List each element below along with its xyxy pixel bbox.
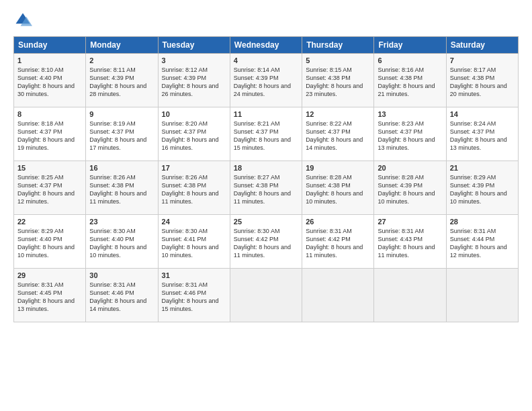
cell-details: Sunrise: 8:16 AMSunset: 4:38 PMDaylight:… [378,66,435,97]
cell-details: Sunrise: 8:12 AMSunset: 4:39 PMDaylight:… [162,66,219,97]
cell-details: Sunrise: 8:11 AMSunset: 4:39 PMDaylight:… [89,66,146,97]
day-number: 17 [162,164,226,172]
day-number: 1 [17,56,82,64]
cell-details: Sunrise: 8:14 AMSunset: 4:39 PMDaylight:… [234,66,291,97]
calendar-cell: 28 Sunrise: 8:31 AMSunset: 4:44 PMDaylig… [446,215,518,269]
calendar-cell [302,269,374,322]
calendar-cell: 15 Sunrise: 8:25 AMSunset: 4:37 PMDaylig… [14,161,86,215]
calendar-cell: 6 Sunrise: 8:16 AMSunset: 4:38 PMDayligh… [374,54,446,107]
weekday-header-thursday: Thursday [302,37,374,54]
day-number: 18 [234,164,298,172]
calendar-cell: 30 Sunrise: 8:31 AMSunset: 4:46 PMDaylig… [86,269,158,322]
cell-details: Sunrise: 8:19 AMSunset: 4:37 PMDaylight:… [89,120,146,151]
day-number: 15 [17,164,82,172]
day-number: 25 [234,218,298,226]
cell-details: Sunrise: 8:26 AMSunset: 4:38 PMDaylight:… [89,174,146,205]
calendar-cell: 12 Sunrise: 8:22 AMSunset: 4:37 PMDaylig… [302,107,374,161]
day-number: 7 [450,56,515,64]
weekday-header-sunday: Sunday [14,37,86,54]
weekday-header-saturday: Saturday [446,37,518,54]
cell-details: Sunrise: 8:25 AMSunset: 4:37 PMDaylight:… [17,174,75,205]
day-number: 29 [17,271,82,279]
calendar-cell: 9 Sunrise: 8:19 AMSunset: 4:37 PMDayligh… [86,107,158,161]
calendar-week-3: 15 Sunrise: 8:25 AMSunset: 4:37 PMDaylig… [14,161,519,215]
cell-details: Sunrise: 8:18 AMSunset: 4:37 PMDaylight:… [17,120,75,151]
calendar-cell: 5 Sunrise: 8:15 AMSunset: 4:38 PMDayligh… [302,54,374,107]
calendar-cell: 31 Sunrise: 8:31 AMSunset: 4:46 PMDaylig… [158,269,230,322]
weekday-header-tuesday: Tuesday [158,37,230,54]
day-number: 4 [234,56,298,64]
day-number: 2 [89,56,154,64]
cell-details: Sunrise: 8:31 AMSunset: 4:44 PMDaylight:… [450,228,507,259]
day-number: 13 [378,110,442,118]
day-number: 11 [234,110,298,118]
day-number: 6 [378,56,442,64]
calendar-cell: 8 Sunrise: 8:18 AMSunset: 4:37 PMDayligh… [14,107,86,161]
weekday-header-friday: Friday [374,37,446,54]
cell-details: Sunrise: 8:29 AMSunset: 4:40 PMDaylight:… [17,228,75,259]
day-number: 14 [450,110,515,118]
cell-details: Sunrise: 8:30 AMSunset: 4:40 PMDaylight:… [89,228,146,259]
day-number: 27 [378,218,442,226]
cell-details: Sunrise: 8:22 AMSunset: 4:37 PMDaylight:… [306,120,363,151]
day-number: 19 [306,164,370,172]
calendar-cell: 22 Sunrise: 8:29 AMSunset: 4:40 PMDaylig… [14,215,86,269]
calendar-cell: 20 Sunrise: 8:28 AMSunset: 4:39 PMDaylig… [374,161,446,215]
cell-details: Sunrise: 8:31 AMSunset: 4:43 PMDaylight:… [378,228,435,259]
day-number: 8 [17,110,82,118]
day-number: 12 [306,110,370,118]
calendar-cell: 1 Sunrise: 8:10 AMSunset: 4:40 PMDayligh… [14,54,86,107]
cell-details: Sunrise: 8:31 AMSunset: 4:46 PMDaylight:… [89,281,146,312]
calendar-cell: 10 Sunrise: 8:20 AMSunset: 4:37 PMDaylig… [158,107,230,161]
calendar-cell [230,269,302,322]
logo-icon [13,11,32,30]
day-number: 21 [450,164,515,172]
calendar-cell: 13 Sunrise: 8:23 AMSunset: 4:37 PMDaylig… [374,107,446,161]
day-number: 16 [89,164,154,172]
calendar-table: SundayMondayTuesdayWednesdayThursdayFrid… [13,36,519,322]
page: SundayMondayTuesdayWednesdayThursdayFrid… [0,0,532,411]
day-number: 9 [89,110,154,118]
day-number: 22 [17,218,82,226]
cell-details: Sunrise: 8:31 AMSunset: 4:45 PMDaylight:… [17,281,75,312]
cell-details: Sunrise: 8:30 AMSunset: 4:41 PMDaylight:… [162,228,219,259]
cell-details: Sunrise: 8:29 AMSunset: 4:39 PMDaylight:… [450,174,507,205]
day-number: 20 [378,164,442,172]
day-number: 28 [450,218,515,226]
cell-details: Sunrise: 8:10 AMSunset: 4:40 PMDaylight:… [17,66,75,97]
calendar-cell: 29 Sunrise: 8:31 AMSunset: 4:45 PMDaylig… [14,269,86,322]
calendar-cell: 17 Sunrise: 8:26 AMSunset: 4:38 PMDaylig… [158,161,230,215]
calendar-cell: 2 Sunrise: 8:11 AMSunset: 4:39 PMDayligh… [86,54,158,107]
cell-details: Sunrise: 8:30 AMSunset: 4:42 PMDaylight:… [234,228,291,259]
cell-details: Sunrise: 8:24 AMSunset: 4:37 PMDaylight:… [450,120,507,151]
calendar-cell: 27 Sunrise: 8:31 AMSunset: 4:43 PMDaylig… [374,215,446,269]
calendar-cell: 14 Sunrise: 8:24 AMSunset: 4:37 PMDaylig… [446,107,518,161]
calendar-cell: 24 Sunrise: 8:30 AMSunset: 4:41 PMDaylig… [158,215,230,269]
header [13,11,519,30]
calendar-cell: 25 Sunrise: 8:30 AMSunset: 4:42 PMDaylig… [230,215,302,269]
cell-details: Sunrise: 8:28 AMSunset: 4:38 PMDaylight:… [306,174,363,205]
day-number: 31 [162,271,226,279]
weekday-header-monday: Monday [86,37,158,54]
cell-details: Sunrise: 8:15 AMSunset: 4:38 PMDaylight:… [306,66,363,97]
day-number: 3 [162,56,226,64]
calendar-cell: 3 Sunrise: 8:12 AMSunset: 4:39 PMDayligh… [158,54,230,107]
weekday-header-wednesday: Wednesday [230,37,302,54]
cell-details: Sunrise: 8:23 AMSunset: 4:37 PMDaylight:… [378,120,435,151]
calendar-header-row: SundayMondayTuesdayWednesdayThursdayFrid… [14,37,519,54]
cell-details: Sunrise: 8:20 AMSunset: 4:37 PMDaylight:… [162,120,219,151]
calendar-week-1: 1 Sunrise: 8:10 AMSunset: 4:40 PMDayligh… [14,54,519,107]
calendar-cell: 11 Sunrise: 8:21 AMSunset: 4:37 PMDaylig… [230,107,302,161]
day-number: 5 [306,56,370,64]
cell-details: Sunrise: 8:31 AMSunset: 4:46 PMDaylight:… [162,281,219,312]
calendar-cell: 21 Sunrise: 8:29 AMSunset: 4:39 PMDaylig… [446,161,518,215]
cell-details: Sunrise: 8:27 AMSunset: 4:38 PMDaylight:… [234,174,291,205]
cell-details: Sunrise: 8:28 AMSunset: 4:39 PMDaylight:… [378,174,435,205]
calendar-cell [374,269,446,322]
calendar-week-5: 29 Sunrise: 8:31 AMSunset: 4:45 PMDaylig… [14,269,519,322]
cell-details: Sunrise: 8:17 AMSunset: 4:38 PMDaylight:… [450,66,507,97]
calendar-cell: 18 Sunrise: 8:27 AMSunset: 4:38 PMDaylig… [230,161,302,215]
calendar-cell: 23 Sunrise: 8:30 AMSunset: 4:40 PMDaylig… [86,215,158,269]
cell-details: Sunrise: 8:26 AMSunset: 4:38 PMDaylight:… [162,174,219,205]
day-number: 10 [162,110,226,118]
